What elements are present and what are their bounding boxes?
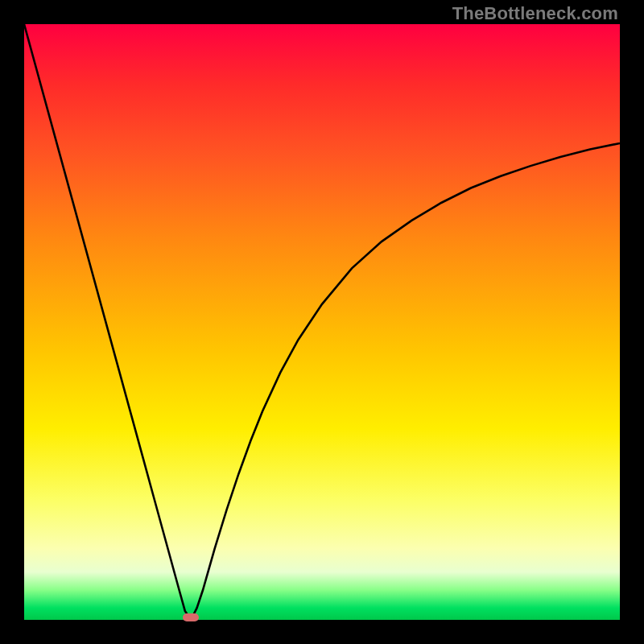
watermark-text: TheBottleneck.com bbox=[452, 3, 618, 24]
chart-background-gradient bbox=[24, 24, 620, 620]
chart-frame: TheBottleneck.com bbox=[0, 0, 644, 644]
optimal-marker bbox=[183, 613, 199, 621]
